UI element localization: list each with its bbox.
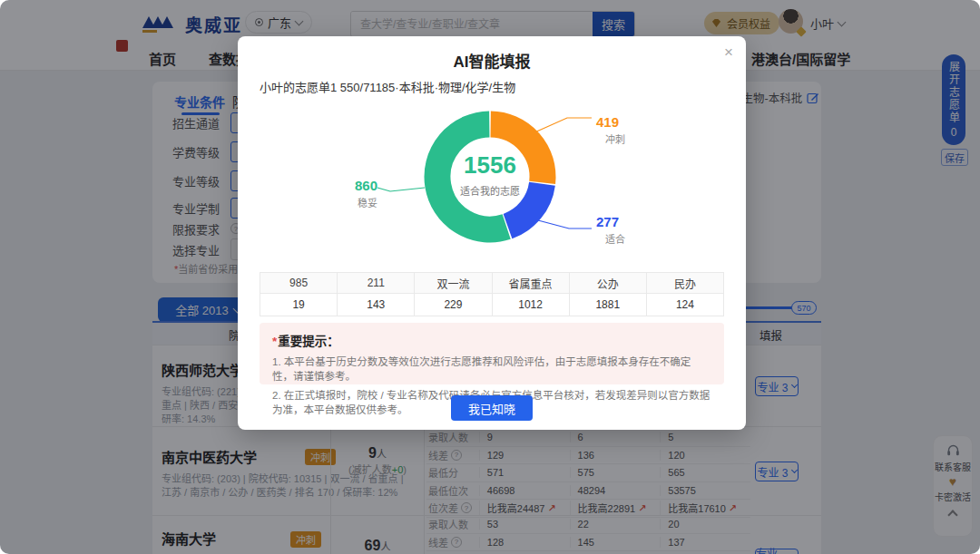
stats-value: 229	[414, 294, 491, 316]
stats-value: 19	[260, 294, 337, 316]
ai-fill-modal: AI智能填报 × 小叶的志愿单1 550/71185·本科批·物理/化学/生物 …	[238, 36, 746, 430]
total-count: 1556	[436, 151, 544, 180]
stats-header: 985	[260, 273, 337, 294]
stats-value: 1012	[492, 294, 569, 316]
stats-header: 211	[337, 273, 414, 294]
stats-value: 1881	[569, 294, 646, 316]
modal-title: AI智能填报	[238, 49, 746, 72]
callout-fit: 277 适合	[596, 214, 625, 246]
donut-center: 1556 适合我的志愿	[436, 151, 544, 198]
donut-chart: 1556 适合我的志愿 419 冲刺 277 适合 860 稳妥	[238, 102, 746, 283]
acknowledge-button[interactable]: 我已知晓	[451, 395, 533, 421]
total-label: 适合我的志愿	[436, 183, 544, 198]
safe-label: 稳妥	[345, 195, 377, 209]
close-icon[interactable]: ×	[724, 44, 733, 62]
stats-header: 公办	[569, 273, 646, 294]
modal-subtitle: 小叶的志愿单1 550/71185·本科批·物理/化学/生物	[260, 78, 515, 95]
fit-count: 277	[596, 214, 625, 229]
reach-label: 冲刺	[605, 131, 625, 146]
screenshot-stage: 奥威亚 广东 搜索 会员权益 小叶 首页 查数据 港澳台/国际留学	[0, 0, 980, 554]
notice-title: *重要提示：	[272, 331, 711, 349]
browser-page: 奥威亚 广东 搜索 会员权益 小叶 首页 查数据 港澳台/国际留学	[0, 0, 980, 554]
callout-reach: 419 冲刺	[596, 114, 625, 146]
category-stats-table: 985 211 双一流 省属重点 公办 民办 19 143 229 1012 1…	[260, 272, 724, 316]
stats-header: 双一流	[414, 273, 491, 294]
stats-header: 民办	[646, 273, 723, 294]
callout-safe: 860 稳妥	[345, 178, 377, 209]
reach-count: 419	[596, 114, 625, 130]
stats-header: 省属重点	[492, 273, 569, 294]
stats-value: 143	[337, 294, 414, 316]
notice-line: 1. 本平台基于历史分数及等效位次进行志愿推荐和风险评估，由于志愿填报本身存在不…	[272, 354, 711, 383]
safe-count: 860	[345, 178, 377, 193]
fit-label: 适合	[605, 231, 625, 246]
stats-value: 124	[646, 294, 723, 316]
stats-value-row: 19 143 229 1012 1881 124	[260, 294, 723, 316]
stats-header-row: 985 211 双一流 省属重点 公办 民办	[260, 273, 723, 294]
important-notice: *重要提示： 1. 本平台基于历史分数及等效位次进行志愿推荐和风险评估，由于志愿…	[260, 323, 724, 384]
